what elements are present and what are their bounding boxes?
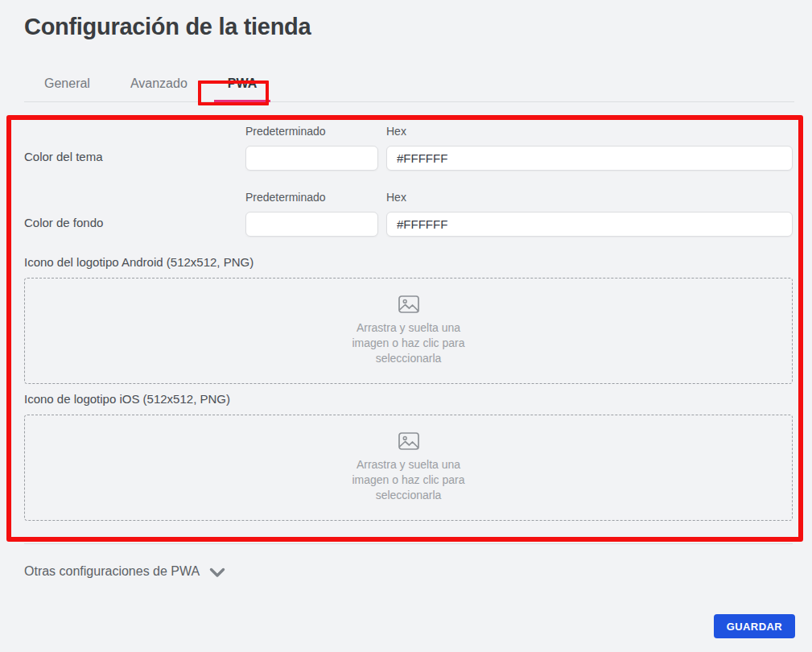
theme-color-hex-input[interactable] [386,146,793,171]
tab-pwa[interactable]: PWA [208,71,277,101]
other-pwa-settings-label: Otras configuraciones de PWA [24,564,200,579]
theme-color-default-field: Predeterminado [245,125,386,171]
chevron-down-icon [209,566,225,578]
image-placeholder-icon [398,295,419,313]
tab-bar: General Avanzado PWA [24,71,794,102]
background-color-default-label: Predeterminado [245,191,386,204]
save-button-row: GUARDAR [0,614,795,638]
background-color-hex-field: Hex [386,191,793,237]
store-settings-page: Configuración de la tienda General Avanz… [0,10,812,652]
page-title: Configuración de la tienda [24,10,812,43]
other-pwa-settings-toggle[interactable]: Otras configuraciones de PWA [24,564,812,579]
background-color-default-field: Predeterminado [245,191,386,237]
save-button[interactable]: GUARDAR [714,614,795,638]
android-icon-label: Icono del logotipo Android (512x512, PNG… [24,255,812,269]
theme-color-row: Color del tema Predeterminado Hex [24,125,812,171]
background-color-hex-label: Hex [386,191,793,204]
theme-color-hex-field: Hex [386,125,793,171]
tab-avanzado[interactable]: Avanzado [110,71,208,101]
theme-color-default-label: Predeterminado [245,125,386,138]
image-placeholder-icon [398,432,419,450]
android-dropzone-text: Arrastra y suelta una imagen o haz clic … [337,320,480,366]
background-color-default-input[interactable] [245,212,378,237]
background-color-label: Color de fondo [24,191,245,237]
theme-color-label: Color del tema [24,125,245,171]
android-icon-dropzone[interactable]: Arrastra y suelta una imagen o haz clic … [24,278,793,384]
background-color-row: Color de fondo Predeterminado Hex [24,191,812,237]
section-divider [24,543,793,544]
ios-dropzone-text: Arrastra y suelta una imagen o haz clic … [337,457,480,503]
ios-icon-label: Icono de logotipo iOS (512x512, PNG) [24,392,812,406]
ios-icon-dropzone[interactable]: Arrastra y suelta una imagen o haz clic … [24,415,793,521]
background-color-hex-input[interactable] [386,212,793,237]
theme-color-default-input[interactable] [245,146,378,171]
tab-general[interactable]: General [24,71,110,101]
theme-color-hex-label: Hex [386,125,793,138]
